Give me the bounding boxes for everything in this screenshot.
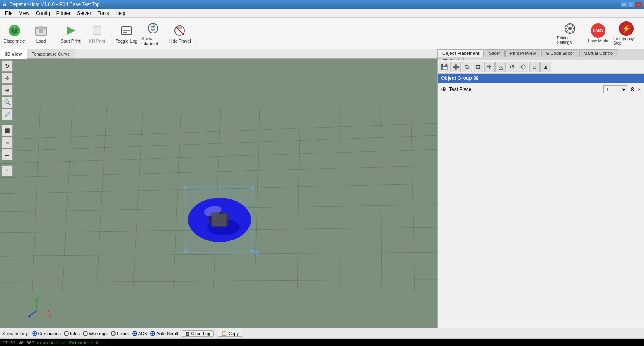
titlebar-title: 🖨 Repetier-Host V1.6.0 - PS4 Base Test T… <box>2 2 100 7</box>
slice-tool-button[interactable]: △ <box>495 62 506 72</box>
start-print-label: Start Print <box>61 39 81 44</box>
right-panel-spacer <box>438 96 644 328</box>
home-tool-button[interactable]: ⌂ <box>529 62 540 72</box>
tab-gcode-editor[interactable]: G-Code Editor <box>541 49 578 57</box>
view-top-button[interactable]: ⬛ <box>2 125 13 136</box>
add-tool-button[interactable]: ➕ <box>450 62 461 72</box>
tab-slicer[interactable]: Slicer <box>485 49 505 57</box>
hide-travel-label: Hide Travel <box>168 39 191 44</box>
object-copies-select[interactable]: 1 2 3 <box>603 85 627 93</box>
arrange-tool-button[interactable]: ⊞ <box>473 62 483 72</box>
duplicate-tool-button[interactable]: ⧉ <box>462 62 472 72</box>
menu-view[interactable]: View <box>16 9 33 17</box>
view-front-button[interactable]: ▭ <box>2 137 13 148</box>
log-output[interactable]: 17:52:40.007 echo:Active Extruder: 0 18:… <box>0 339 644 346</box>
filter-warnings[interactable]: Warnings <box>83 331 108 336</box>
object-visibility-toggle[interactable]: 👁 <box>441 86 447 93</box>
titlebar-controls[interactable]: — □ × <box>621 2 642 7</box>
zoom-in-button[interactable]: 🔍 <box>2 97 13 108</box>
rotate-view-button[interactable]: ↻ <box>2 60 13 72</box>
menu-help[interactable]: Help <box>112 9 129 17</box>
menu-config[interactable]: Config <box>33 9 53 17</box>
pan-view-button[interactable]: ✛ <box>2 73 13 84</box>
tab-object-placement[interactable]: Object Placement <box>438 49 484 57</box>
toolbar-separator-2 <box>112 21 112 46</box>
start-print-button[interactable]: Start Print <box>58 19 83 48</box>
svg-line-34 <box>297 107 300 291</box>
object-delete-button[interactable]: × <box>638 86 641 93</box>
svg-marker-43 <box>255 251 259 255</box>
tab-print-preview[interactable]: Print Preview <box>505 49 540 57</box>
menu-server[interactable]: Server <box>74 9 94 17</box>
show-filament-icon <box>146 21 160 35</box>
viewport[interactable]: ↻ ✛ ⊕ 🔍 🔎 ⬛ ▭ ▬ ≡ <box>0 59 437 328</box>
hide-travel-button[interactable]: Hide Travel <box>167 19 193 48</box>
rotate-tool-button[interactable]: ↺ <box>507 62 517 72</box>
toolbar: Disconnect Load Start Print Kill Print <box>0 18 644 49</box>
move-object-button[interactable]: ⊕ <box>2 85 13 96</box>
load-icon <box>34 23 48 38</box>
zoom-out-button[interactable]: 🔎 <box>2 109 13 120</box>
up-tool-button[interactable]: ▲ <box>540 62 551 72</box>
app-icon: 🖨 <box>2 2 7 7</box>
menu-printer[interactable]: Printer <box>53 9 74 17</box>
menu-file[interactable]: File <box>2 9 16 17</box>
filter-infos[interactable]: Infos <box>64 331 80 336</box>
log-filter-group: Commands Infos Warnings Errors ACK Auto … <box>32 331 178 336</box>
object-settings-button[interactable]: ⚙ <box>630 86 635 93</box>
tab-manual-control[interactable]: Manual Control <box>579 49 618 57</box>
emergency-stop-button[interactable]: ⚡ Emergency Stop <box>613 19 639 48</box>
filter-auto-scroll[interactable]: Auto Scroll <box>150 331 178 336</box>
infos-radio[interactable] <box>64 331 69 336</box>
printer-settings-button[interactable]: Printer Settings <box>557 19 583 48</box>
tab-3d-view[interactable]: 3D View <box>0 49 27 59</box>
tab-temperature-curve[interactable]: Temperature Curve <box>27 49 75 58</box>
object-group-header: Object Group 39 <box>438 74 644 83</box>
grid-lines-button[interactable]: ≡ <box>2 165 13 176</box>
svg-line-27 <box>32 107 40 291</box>
center-tool-button[interactable]: ✛ <box>484 62 495 72</box>
filter-errors[interactable]: Errors <box>111 331 129 336</box>
svg-text:X: X <box>48 313 52 318</box>
clear-log-button[interactable]: 🗑 Clear Log <box>182 330 214 337</box>
scale-tool-button[interactable]: ⬡ <box>518 62 528 72</box>
errors-radio[interactable] <box>111 331 116 336</box>
save-tool-button[interactable]: 💾 <box>439 62 449 72</box>
warnings-radio[interactable] <box>83 331 88 336</box>
show-filament-label: Show Filament <box>141 36 165 46</box>
svg-line-28 <box>62 107 72 291</box>
kill-print-button[interactable]: Kill Print <box>84 19 110 48</box>
filter-ack[interactable]: ACK <box>132 331 147 336</box>
menu-tools[interactable]: Tools <box>95 9 112 17</box>
view-side-button[interactable]: ▬ <box>2 149 13 160</box>
close-button[interactable]: × <box>635 2 642 7</box>
axis-indicator: X Y <box>24 295 52 320</box>
svg-marker-52 <box>48 310 50 312</box>
toolbar-spacer <box>2 121 13 124</box>
log-text-0: echo:Active Extruder: 0 <box>37 340 98 346</box>
svg-marker-4 <box>37 27 45 29</box>
titlebar: 🖨 Repetier-Host V1.6.0 - PS4 Base Test T… <box>0 0 644 9</box>
ack-radio[interactable] <box>132 331 137 336</box>
object-name: Test Piece <box>449 87 601 92</box>
copy-button[interactable]: 📋 Copy <box>218 330 242 337</box>
commands-radio[interactable] <box>32 331 37 336</box>
log-time-0: 17:52:40.007 <box>2 340 34 346</box>
right-toolbar: 💾 ➕ ⧉ ⊞ ✛ △ ↺ ⬡ ⌂ ▲ <box>438 60 644 74</box>
3d-object <box>181 184 262 257</box>
toggle-log-button[interactable]: Toggle Log <box>114 19 139 48</box>
load-button[interactable]: Load <box>28 19 54 48</box>
clear-log-label: Clear Log <box>191 331 211 336</box>
clear-log-icon: 🗑 <box>186 331 190 336</box>
log-controls: Show in Log: Commands Infos Warnings Err… <box>0 328 644 339</box>
easy-mode-button[interactable]: EASY Easy Mode <box>585 19 611 48</box>
show-filament-button[interactable]: Show Filament <box>140 19 166 48</box>
disconnect-button[interactable]: Disconnect <box>2 19 27 48</box>
app-title: Repetier-Host V1.6.0 - PS4 Base Test Top <box>10 2 100 7</box>
filter-commands[interactable]: Commands <box>32 331 61 336</box>
minimize-button[interactable]: — <box>621 2 627 7</box>
printer-settings-icon <box>563 22 576 35</box>
auto-scroll-radio[interactable] <box>150 331 155 336</box>
menubar: File View Config Printer Server Tools He… <box>0 9 644 18</box>
maximize-button[interactable]: □ <box>628 2 634 7</box>
